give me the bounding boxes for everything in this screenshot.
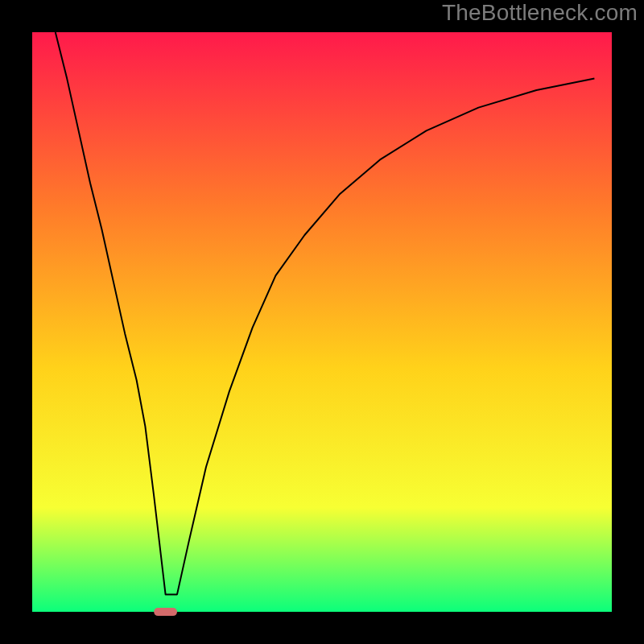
optimum-marker xyxy=(154,608,177,616)
chart-frame: TheBottleneck.com xyxy=(0,0,644,644)
plot-background xyxy=(32,32,612,612)
bottleneck-chart xyxy=(0,0,644,644)
attribution-text: TheBottleneck.com xyxy=(442,0,638,26)
